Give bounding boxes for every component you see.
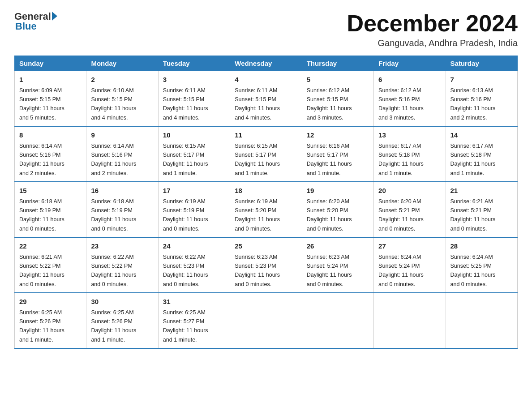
calendar-week-row: 8 Sunrise: 6:14 AMSunset: 5:16 PMDayligh… [15, 126, 518, 182]
day-number: 6 [378, 75, 441, 85]
day-number: 8 [19, 130, 82, 141]
calendar-week-row: 29 Sunrise: 6:25 AMSunset: 5:26 PMDaylig… [15, 293, 518, 348]
calendar-cell: 28 Sunrise: 6:24 AMSunset: 5:25 PMDaylig… [446, 237, 517, 293]
header-sunday: Sunday [15, 56, 86, 71]
day-number: 1 [19, 75, 82, 85]
calendar-cell: 17 Sunrise: 6:19 AMSunset: 5:19 PMDaylig… [158, 182, 230, 237]
calendar-cell: 6 Sunrise: 6:12 AMSunset: 5:16 PMDayligh… [374, 71, 446, 127]
calendar-header: Sunday Monday Tuesday Wednesday Thursday… [15, 56, 518, 71]
day-number: 21 [450, 186, 513, 196]
calendar-cell: 18 Sunrise: 6:19 AMSunset: 5:20 PMDaylig… [230, 182, 302, 237]
day-info: Sunrise: 6:13 AMSunset: 5:16 PMDaylight:… [450, 87, 496, 121]
calendar-cell: 23 Sunrise: 6:22 AMSunset: 5:22 PMDaylig… [86, 237, 158, 293]
day-info: Sunrise: 6:14 AMSunset: 5:16 PMDaylight:… [19, 143, 64, 176]
day-number: 9 [91, 130, 153, 141]
calendar-cell: 12 Sunrise: 6:16 AMSunset: 5:17 PMDaylig… [302, 126, 373, 182]
day-info: Sunrise: 6:17 AMSunset: 5:18 PMDaylight:… [450, 143, 496, 176]
calendar-cell: 1 Sunrise: 6:09 AMSunset: 5:15 PMDayligh… [15, 71, 86, 127]
day-number: 20 [378, 186, 441, 196]
day-number: 26 [307, 241, 369, 252]
day-info: Sunrise: 6:23 AMSunset: 5:24 PMDaylight:… [307, 254, 352, 287]
header-wednesday: Wednesday [230, 56, 302, 71]
day-info: Sunrise: 6:11 AMSunset: 5:15 PMDaylight:… [163, 87, 208, 121]
page-header: General Blue December 2024 Ganguvada, An… [14, 11, 518, 48]
calendar-cell: 5 Sunrise: 6:12 AMSunset: 5:15 PMDayligh… [302, 71, 373, 127]
calendar-cell: 19 Sunrise: 6:20 AMSunset: 5:20 PMDaylig… [302, 182, 373, 237]
title-block: December 2024 Ganguvada, Andhra Pradesh,… [347, 11, 518, 48]
calendar-cell: 20 Sunrise: 6:20 AMSunset: 5:21 PMDaylig… [374, 182, 446, 237]
calendar-cell: 26 Sunrise: 6:23 AMSunset: 5:24 PMDaylig… [302, 237, 373, 293]
calendar-week-row: 1 Sunrise: 6:09 AMSunset: 5:15 PMDayligh… [15, 71, 518, 127]
day-info: Sunrise: 6:15 AMSunset: 5:17 PMDaylight:… [163, 143, 208, 176]
calendar-cell: 9 Sunrise: 6:14 AMSunset: 5:16 PMDayligh… [86, 126, 158, 182]
calendar-cell: 10 Sunrise: 6:15 AMSunset: 5:17 PMDaylig… [158, 126, 230, 182]
header-monday: Monday [86, 56, 158, 71]
day-info: Sunrise: 6:25 AMSunset: 5:26 PMDaylight:… [19, 309, 64, 343]
calendar-cell: 13 Sunrise: 6:17 AMSunset: 5:18 PMDaylig… [374, 126, 446, 182]
calendar-cell: 31 Sunrise: 6:25 AMSunset: 5:27 PMDaylig… [158, 293, 230, 348]
day-number: 28 [450, 241, 513, 252]
day-info: Sunrise: 6:14 AMSunset: 5:16 PMDaylight:… [91, 143, 136, 176]
day-number: 29 [19, 297, 82, 307]
calendar-cell: 16 Sunrise: 6:18 AMSunset: 5:19 PMDaylig… [86, 182, 158, 237]
day-number: 15 [19, 186, 82, 196]
calendar-cell [446, 293, 517, 348]
month-title: December 2024 [347, 11, 518, 36]
day-of-week-row: Sunday Monday Tuesday Wednesday Thursday… [15, 56, 518, 71]
location-subtitle: Ganguvada, Andhra Pradesh, India [347, 38, 518, 48]
calendar-cell: 24 Sunrise: 6:22 AMSunset: 5:23 PMDaylig… [158, 237, 230, 293]
day-info: Sunrise: 6:25 AMSunset: 5:26 PMDaylight:… [91, 309, 136, 343]
day-number: 22 [19, 241, 82, 252]
day-number: 31 [163, 297, 225, 307]
day-info: Sunrise: 6:25 AMSunset: 5:27 PMDaylight:… [163, 309, 208, 343]
day-number: 18 [235, 186, 297, 196]
day-info: Sunrise: 6:21 AMSunset: 5:21 PMDaylight:… [450, 198, 496, 232]
calendar-table: Sunday Monday Tuesday Wednesday Thursday… [14, 56, 518, 349]
calendar-cell: 4 Sunrise: 6:11 AMSunset: 5:15 PMDayligh… [230, 71, 302, 127]
calendar-week-row: 22 Sunrise: 6:21 AMSunset: 5:22 PMDaylig… [15, 237, 518, 293]
day-number: 12 [307, 130, 369, 141]
day-info: Sunrise: 6:10 AMSunset: 5:15 PMDaylight:… [91, 87, 136, 121]
day-info: Sunrise: 6:20 AMSunset: 5:21 PMDaylight:… [378, 198, 424, 232]
calendar-cell: 21 Sunrise: 6:21 AMSunset: 5:21 PMDaylig… [446, 182, 517, 237]
day-info: Sunrise: 6:24 AMSunset: 5:24 PMDaylight:… [378, 254, 424, 287]
day-info: Sunrise: 6:15 AMSunset: 5:17 PMDaylight:… [235, 143, 280, 176]
day-info: Sunrise: 6:18 AMSunset: 5:19 PMDaylight:… [91, 198, 136, 232]
day-info: Sunrise: 6:17 AMSunset: 5:18 PMDaylight:… [378, 143, 424, 176]
header-tuesday: Tuesday [158, 56, 230, 71]
calendar-cell: 27 Sunrise: 6:24 AMSunset: 5:24 PMDaylig… [374, 237, 446, 293]
day-info: Sunrise: 6:09 AMSunset: 5:15 PMDaylight:… [19, 87, 64, 121]
header-saturday: Saturday [446, 56, 517, 71]
day-number: 11 [235, 130, 297, 141]
day-number: 25 [235, 241, 297, 252]
header-friday: Friday [374, 56, 446, 71]
day-number: 7 [450, 75, 513, 85]
calendar-cell: 25 Sunrise: 6:23 AMSunset: 5:23 PMDaylig… [230, 237, 302, 293]
day-number: 13 [378, 130, 441, 141]
logo-blue-text: Blue [15, 21, 37, 32]
logo-arrow-icon [52, 12, 57, 21]
calendar-cell: 29 Sunrise: 6:25 AMSunset: 5:26 PMDaylig… [15, 293, 86, 348]
calendar-cell [230, 293, 302, 348]
day-info: Sunrise: 6:24 AMSunset: 5:25 PMDaylight:… [450, 254, 496, 287]
day-number: 30 [91, 297, 153, 307]
calendar-cell: 2 Sunrise: 6:10 AMSunset: 5:15 PMDayligh… [86, 71, 158, 127]
day-number: 19 [307, 186, 369, 196]
day-info: Sunrise: 6:22 AMSunset: 5:23 PMDaylight:… [163, 254, 208, 287]
calendar-cell: 30 Sunrise: 6:25 AMSunset: 5:26 PMDaylig… [86, 293, 158, 348]
day-info: Sunrise: 6:22 AMSunset: 5:22 PMDaylight:… [91, 254, 136, 287]
calendar-cell [302, 293, 373, 348]
day-number: 4 [235, 75, 297, 85]
day-number: 2 [91, 75, 153, 85]
calendar-cell: 14 Sunrise: 6:17 AMSunset: 5:18 PMDaylig… [446, 126, 517, 182]
logo: General Blue [14, 11, 57, 32]
calendar-cell: 8 Sunrise: 6:14 AMSunset: 5:16 PMDayligh… [15, 126, 86, 182]
day-info: Sunrise: 6:11 AMSunset: 5:15 PMDaylight:… [235, 87, 280, 121]
day-number: 10 [163, 130, 225, 141]
day-info: Sunrise: 6:18 AMSunset: 5:19 PMDaylight:… [19, 198, 64, 232]
calendar-week-row: 15 Sunrise: 6:18 AMSunset: 5:19 PMDaylig… [15, 182, 518, 237]
calendar-cell: 15 Sunrise: 6:18 AMSunset: 5:19 PMDaylig… [15, 182, 86, 237]
day-number: 27 [378, 241, 441, 252]
day-info: Sunrise: 6:16 AMSunset: 5:17 PMDaylight:… [307, 143, 352, 176]
calendar-cell: 11 Sunrise: 6:15 AMSunset: 5:17 PMDaylig… [230, 126, 302, 182]
